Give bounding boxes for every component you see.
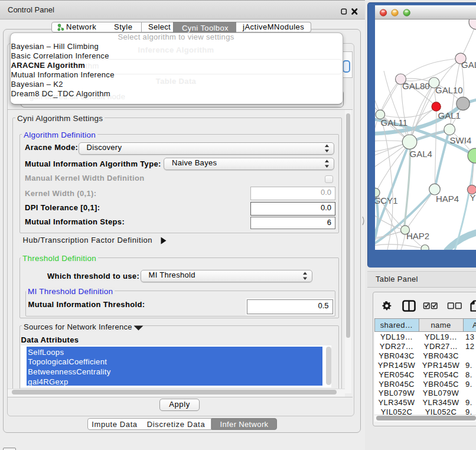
- svg-text:GAL4: GAL4: [410, 149, 432, 159]
- svg-text:GAL10: GAL10: [435, 85, 463, 95]
- svg-text:GCY1: GCY1: [375, 195, 398, 206]
- svg-text:GAL80: GAL80: [402, 81, 430, 91]
- svg-text:Y: Y: [470, 193, 476, 203]
- svg-text:GAL1: GAL1: [438, 110, 461, 120]
- svg-text:HAP4: HAP4: [436, 194, 459, 204]
- svg-text:GAL11: GAL11: [381, 118, 408, 128]
- svg-text:SWI4: SWI4: [450, 135, 472, 145]
- svg-text:HAP2: HAP2: [406, 231, 429, 241]
- svg-text:GAL: GAL: [461, 60, 476, 70]
